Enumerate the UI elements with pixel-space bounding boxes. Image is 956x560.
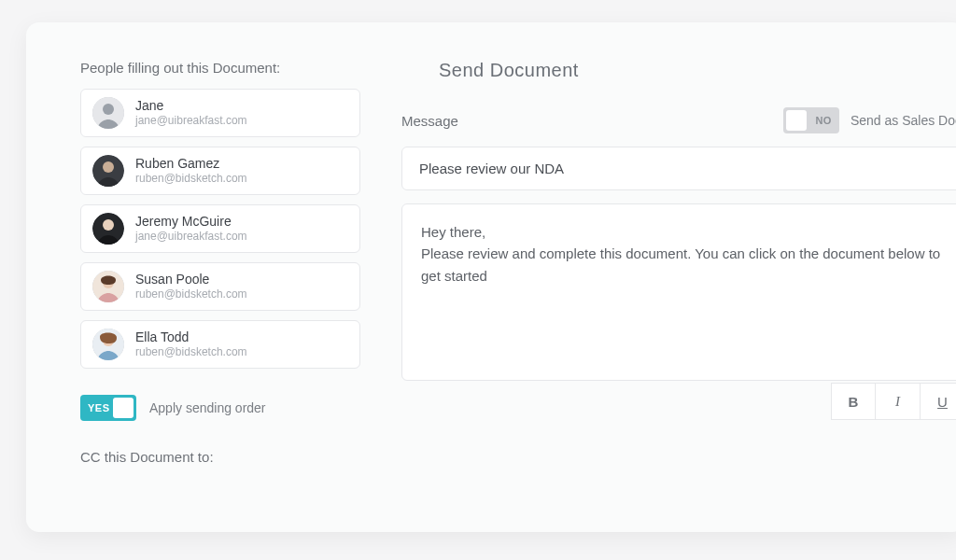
toggle-state-label: YES	[88, 402, 110, 413]
person-email: ruben@bidsketch.com	[135, 172, 247, 185]
person-email: jane@uibreakfast.com	[135, 114, 247, 127]
avatar	[92, 97, 124, 129]
avatar	[92, 155, 124, 187]
avatar	[92, 213, 124, 245]
person-card[interactable]: Ella Todd ruben@bidsketch.com	[80, 320, 360, 369]
avatar	[92, 271, 124, 302]
italic-button[interactable]: I	[876, 383, 921, 420]
message-body-editor[interactable]: Hey there, Please review and complete th…	[401, 203, 956, 381]
person-email: ruben@bidsketch.com	[135, 287, 247, 301]
person-name: Ella Todd	[135, 329, 247, 345]
avatar	[92, 329, 124, 360]
apply-order-label: Apply sending order	[149, 400, 266, 415]
people-list: Jane jane@uibreakfast.com Ruben Gamez ru…	[80, 89, 360, 369]
apply-order-toggle[interactable]: YES	[80, 395, 136, 421]
person-card[interactable]: Jeremy McGuire jane@uibreakfast.com	[80, 204, 360, 253]
person-card[interactable]: Ruben Gamez ruben@bidsketch.com	[80, 147, 360, 195]
person-email: jane@uibreakfast.com	[135, 230, 247, 243]
person-name: Jane	[135, 98, 247, 114]
left-column: People filling out this Document: Jane j…	[80, 60, 360, 532]
people-section-label: People filling out this Document:	[80, 60, 360, 76]
cc-section-label: CC this Document to:	[80, 449, 360, 465]
underline-button[interactable]: U	[921, 383, 956, 420]
person-card[interactable]: Susan Poole ruben@bidsketch.com	[80, 262, 360, 311]
send-document-panel: People filling out this Document: Jane j…	[26, 22, 956, 532]
page-title: Send Document	[439, 60, 956, 81]
svg-point-5	[103, 219, 114, 231]
person-name: Ruben Gamez	[135, 156, 247, 172]
person-email: ruben@bidsketch.com	[135, 345, 247, 358]
toggle-state-label: NO	[815, 115, 832, 126]
send-as-sales-label: Send as Sales Doc	[851, 113, 956, 128]
person-name: Susan Poole	[135, 272, 247, 287]
send-as-sales-toggle[interactable]: NO	[783, 107, 839, 133]
person-card[interactable]: Jane jane@uibreakfast.com	[80, 89, 360, 137]
right-column: Send Document Message NO Send as Sales D…	[401, 60, 956, 532]
subject-input[interactable]	[401, 147, 956, 190]
person-name: Jeremy McGuire	[135, 214, 247, 230]
bold-button[interactable]: B	[831, 383, 876, 420]
message-label: Message	[401, 113, 458, 129]
svg-point-1	[103, 104, 114, 115]
format-toolbar: B I U	[401, 383, 956, 420]
svg-point-3	[103, 161, 114, 173]
